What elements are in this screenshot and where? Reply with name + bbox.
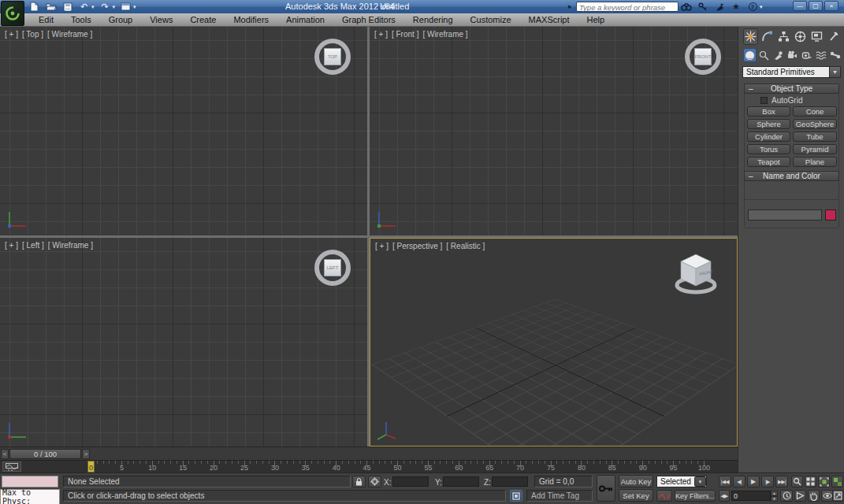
menu-help[interactable]: Help [578, 13, 614, 27]
close-button[interactable]: × [824, 1, 838, 11]
menu-animation[interactable]: Animation [277, 13, 333, 27]
x-coord-input[interactable] [393, 478, 428, 487]
menu-maxscript[interactable]: MAXScript [520, 13, 578, 27]
z-coord-field[interactable] [492, 476, 528, 487]
category-shapes[interactable] [757, 48, 771, 62]
viewport-left[interactable]: [ + ] [ Left ] [ Wireframe ] LEFT [0, 238, 367, 447]
go-to-start-button[interactable]: |◀◀ [719, 476, 731, 487]
object-name-input[interactable] [749, 211, 821, 220]
menu-rendering[interactable]: Rendering [404, 13, 462, 27]
maxscript-mini-listener[interactable]: Max to Physc: [0, 489, 60, 504]
chevron-down-icon[interactable]: ▼ [694, 476, 706, 487]
tab-modify[interactable] [760, 28, 775, 45]
maximize-viewport-toggle[interactable] [832, 490, 843, 502]
button-geosphere[interactable]: GeoSphere [793, 119, 837, 129]
key-filters-button[interactable]: Key Filters... [675, 490, 716, 502]
viewport-name[interactable]: [ Left ] [22, 241, 44, 250]
y-coord-input[interactable] [444, 478, 478, 487]
open-file-button[interactable] [45, 2, 57, 13]
viewport-menu-plus[interactable]: [ + ] [5, 30, 18, 39]
macro-recorder-pane[interactable] [2, 476, 58, 487]
button-pyramid[interactable]: Pyramid [793, 144, 837, 154]
viewport-menu-plus[interactable]: [ + ] [5, 241, 18, 250]
search-input[interactable] [577, 3, 678, 12]
go-to-end-button[interactable]: ▶▶| [775, 476, 788, 487]
field-of-view-button[interactable] [794, 490, 806, 502]
time-slider-handle[interactable]: 0 / 100 [9, 449, 81, 459]
auto-key-button[interactable]: Auto Key [619, 475, 653, 487]
viewcube-top[interactable]: TOP [312, 36, 353, 77]
viewcube-front[interactable]: FRONT [682, 36, 723, 77]
menu-modifiers[interactable]: Modifiers [225, 13, 277, 27]
button-teapot[interactable]: Teapot [747, 157, 790, 167]
object-type-header[interactable]: – Object Type [744, 83, 839, 94]
name-color-header[interactable]: – Name and Color [744, 171, 839, 181]
project-toolbar-button[interactable] [120, 2, 132, 13]
key-mode-toggle[interactable]: ◀▶ [719, 490, 730, 502]
help-button[interactable]: ? [746, 2, 759, 13]
toolbar-caret-icon[interactable]: ▾ [133, 4, 136, 10]
frame-number-input[interactable] [732, 492, 770, 501]
zoom-extents-all-button[interactable] [831, 476, 843, 487]
current-frame-field[interactable] [731, 491, 771, 501]
menu-views[interactable]: Views [141, 13, 181, 27]
infocenter-search[interactable] [576, 2, 679, 12]
search-button[interactable] [680, 2, 693, 13]
y-coord-field[interactable] [443, 476, 479, 487]
button-torus[interactable]: Torus [747, 144, 790, 154]
favorites-button[interactable]: ★ [730, 2, 742, 13]
menu-customize[interactable]: Customize [462, 13, 520, 27]
menu-edit[interactable]: Edit [30, 13, 62, 27]
category-lights[interactable] [771, 48, 785, 62]
tab-utilities[interactable] [826, 28, 841, 45]
help-caret-icon[interactable]: ▾ [760, 4, 763, 10]
viewport-menu-plus[interactable]: [ + ] [374, 30, 388, 39]
viewport-shading[interactable]: [ Wireframe ] [48, 241, 93, 250]
button-cylinder[interactable]: Cylinder [747, 132, 790, 142]
selection-lock-toggle[interactable] [352, 476, 366, 487]
viewport-shading[interactable]: [ Realistic ] [446, 242, 485, 250]
button-sphere[interactable]: Sphere [747, 119, 790, 129]
time-configuration-button[interactable] [780, 490, 793, 502]
absolute-relative-toggle[interactable] [368, 476, 381, 487]
zoom-button[interactable] [791, 476, 803, 487]
viewport-shading[interactable]: [ Wireframe ] [422, 30, 467, 39]
category-geometry[interactable] [743, 48, 757, 62]
viewport-name[interactable]: [ Perspective ] [392, 242, 442, 250]
track-bar[interactable]: 0510152025303540455055606570758085909510… [0, 460, 738, 472]
viewcube-face-label[interactable]: LEFT [324, 259, 341, 276]
zoom-extents-button[interactable] [818, 476, 830, 487]
save-file-button[interactable] [61, 2, 73, 13]
viewport-front[interactable]: [ + ] [ Front ] [ Wireframe ] FRONT [370, 27, 738, 235]
viewport-menu-plus[interactable]: [ + ] [375, 242, 389, 250]
viewcube-perspective[interactable]: FRONT [674, 250, 718, 295]
button-plane[interactable]: Plane [793, 157, 837, 167]
collapse-icon[interactable]: – [749, 84, 753, 93]
x-coord-field[interactable] [392, 476, 429, 487]
next-frame-nub[interactable]: > [82, 449, 90, 459]
spinner-up-icon[interactable]: ▲ [771, 491, 778, 496]
redo-history-caret-icon[interactable]: ▾ [113, 4, 116, 10]
add-time-tag[interactable]: Add Time Tag [526, 490, 593, 502]
orbit-button[interactable] [821, 490, 833, 502]
trackbar-ruler[interactable]: 0510152025303540455055606570758085909510… [0, 461, 725, 473]
viewport-name[interactable]: [ Front ] [392, 30, 418, 39]
viewcube-face-label[interactable]: TOP [324, 48, 341, 65]
collapse-icon[interactable]: – [749, 172, 753, 180]
button-box[interactable]: Box [747, 106, 790, 117]
object-color-swatch[interactable] [825, 209, 836, 220]
undo-history-caret-icon[interactable]: ▾ [91, 4, 95, 10]
spinner-down-icon[interactable]: ▼ [771, 496, 778, 502]
button-tube[interactable]: Tube [793, 132, 837, 142]
next-frame-button[interactable]: |▶ [761, 476, 774, 487]
menu-tools[interactable]: Tools [62, 13, 100, 27]
menu-graph-editors[interactable]: Graph Editors [333, 13, 404, 27]
zoom-all-button[interactable] [805, 476, 816, 487]
minimize-button[interactable]: — [793, 1, 807, 11]
viewcube-face-label[interactable]: FRONT [694, 48, 712, 65]
category-cameras[interactable] [786, 48, 799, 62]
viewcube-left[interactable]: LEFT [312, 247, 353, 288]
tab-create[interactable] [743, 28, 758, 45]
primitive-category-dropdown[interactable]: Standard Primitives ▼ [742, 66, 841, 78]
set-key-button[interactable]: Set Key [619, 489, 653, 502]
